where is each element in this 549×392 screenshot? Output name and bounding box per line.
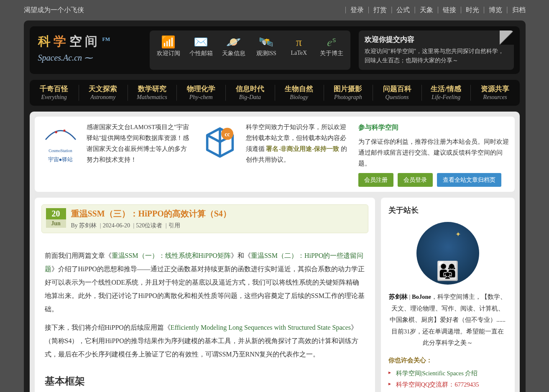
quicklink-icon: 𝑒ˢ (315, 35, 348, 50)
site-logo[interactable]: 科 学 空 间 FM Spaces.Ac.cn ⁓ (36, 31, 141, 70)
nav-phy-chem[interactable]: 物理化学Phy-chem (176, 80, 225, 106)
nav-photograph[interactable]: 图片摄影Photograph (324, 80, 373, 106)
quicklink-icon: 📶 (152, 35, 185, 50)
intro-lamost: 感谢国家天文台LAMOST项目之"宇宙驿站"提供网络空间和数据库资源！感谢国家天… (87, 122, 191, 187)
quicklink-天象信息[interactable]: 🪐天象信息 (217, 35, 250, 66)
topnav-时光[interactable]: 时光 (466, 6, 479, 15)
related-link[interactable]: 科学空间QQ交流群：67729435 (396, 381, 479, 388)
logo-char: 间 (85, 34, 97, 48)
intro-license: 科学空间致力于知识分享，所以欢迎您转载本站文章，但转载本站内容必须遵循 署名-非… (246, 122, 350, 187)
logo-fm: FM (102, 36, 110, 42)
nav-resources[interactable]: 资源共享Resources (470, 80, 519, 106)
about-title: 关于站长 (388, 205, 507, 215)
sidebar: 关于站长 👨‍👩‍👧 苏剑林 | BoJone，科学空间博主，【数学、天文、理论… (381, 198, 515, 392)
cosmo-station-logo: CosmoStation 宇宙●驿站 (40, 122, 82, 187)
topnav-打赏[interactable]: 打赏 (373, 6, 387, 15)
section-heading: 基本框架 (45, 371, 365, 391)
nav-everything[interactable]: 千奇百怪Everything (30, 80, 79, 106)
related-list: 科学空间|Scientific Spaces 介绍科学空间QQ交流群：67729… (388, 368, 507, 392)
svg-point-1 (63, 130, 65, 132)
quicklink-icon: π (283, 35, 315, 50)
welcome-title: 欢迎你提交内容 (365, 35, 508, 44)
post-body: 前面我们用两篇文章《重温SSM（一）：线性系统和HiPPO矩阵》和《重温SSM（… (35, 240, 375, 392)
avatar: 👨‍👩‍👧 (416, 222, 479, 285)
cc-license-link[interactable]: 署名-非商业用途-保持一致 (266, 145, 339, 152)
related-link[interactable]: 科学空间|Scientific Spaces 介绍 (396, 370, 478, 377)
related-heading: 你也许会关心： (388, 356, 507, 364)
nav-questions[interactable]: 问题百科Questions (373, 80, 421, 106)
tagline: 渴望成为一个小飞侠 (24, 6, 84, 15)
quicklink-icon: ✉️ (185, 35, 217, 50)
post-meta: By 苏剑林 |2024-06-20 |520位读者 |引用 (71, 222, 231, 229)
logo-char: 空 (69, 34, 82, 48)
participate-title: 参与科学空间 (358, 122, 509, 134)
nav-astronomy[interactable]: 天文探索Astronomy (79, 80, 128, 106)
svg-text:cc: cc (225, 131, 230, 137)
quicklink-icon: 🪐 (217, 35, 250, 50)
topnav-链接[interactable]: 链接 (443, 6, 456, 15)
cite-link[interactable]: 引用 (169, 222, 180, 229)
welcome-box: 欢迎你提交内容 欢迎访问"科学空间"，这里将与您共同探讨自然科学，回味人生百态；… (359, 31, 514, 70)
post-author[interactable]: 苏剑林 (79, 222, 97, 229)
svg-point-0 (55, 131, 57, 133)
post-column: 20 Jun 重温SSM（三）：HiPPO的高效计算（S4） By 苏剑林 |2… (35, 198, 375, 392)
welcome-body: 欢迎访问"科学空间"，这里将与您共同探讨自然科学，回味人生百态；也期待大家的分享… (365, 47, 508, 66)
quicklink-关于博主[interactable]: 𝑒ˢ关于博主 (315, 35, 348, 66)
quicklink-icon: 🛰️ (250, 35, 283, 50)
quicklink-LaTeX[interactable]: πLaTeX (283, 35, 315, 66)
register-button[interactable]: 会员注册 (358, 173, 393, 187)
post-title[interactable]: 重温SSM（三）：HiPPO的高效计算（S4） (71, 208, 231, 219)
fold-corner-icon (500, 31, 514, 45)
quick-links: 📶欢迎订阅✉️个性邮箱🪐天象信息🛰️观测ISSπLaTeX𝑒ˢ关于博主 (150, 31, 350, 70)
logo-subtitle: Spaces.Ac.cn ⁓ (38, 53, 141, 63)
top-nav: |登录|打赏|公式|天象|链接|时光|博览|归档 (342, 6, 526, 15)
quicklink-观测ISS[interactable]: 🛰️观测ISS (250, 35, 283, 66)
nav-mathematics[interactable]: 数学研究Mathematics (128, 80, 176, 106)
quicklink-个性邮箱[interactable]: ✉️个性邮箱 (185, 35, 217, 66)
topnav-登录[interactable]: 登录 (350, 6, 364, 15)
main-nav: 千奇百怪Everything天文探索Astronomy数学研究Mathemati… (30, 80, 520, 106)
login-button[interactable]: 会员登录 (398, 173, 433, 187)
nav-big-data[interactable]: 信息时代Big-Data (225, 80, 274, 106)
related-item: 科学空间QQ交流群：67729435 (388, 379, 507, 390)
s4-paper-link[interactable]: Efficiently Modeling Long Sequences with… (171, 324, 351, 331)
topnav-天象[interactable]: 天象 (420, 6, 433, 15)
archive-button[interactable]: 查看全站文章归档页 (437, 173, 501, 187)
post-date-badge: 20 Jun (46, 208, 66, 228)
bio: 苏剑林 | BoJone，科学空间博主，【数学、天文、理论物理、写作、阅读、计算… (388, 291, 507, 349)
related-item: 科学空间|Scientific Spaces 介绍 (388, 368, 507, 379)
logo-char: 科 (38, 34, 51, 48)
nav-biology[interactable]: 生物自然Biology (275, 80, 324, 106)
participate-body: 为了保证你的利益，推荐你注册为本站会员。同时欢迎通过邮件或留言进行交流、建议或反… (358, 136, 509, 169)
topnav-公式[interactable]: 公式 (396, 6, 410, 15)
topnav-归档[interactable]: 归档 (512, 6, 526, 15)
logo-char: 学 (54, 34, 66, 48)
quicklink-欢迎订阅[interactable]: 📶欢迎订阅 (152, 35, 185, 66)
related-item: 科学空间微信交流群：spaces_ac_cn (388, 390, 507, 392)
ssm-1-link[interactable]: 重温SSM（一）：线性系统和HiPPO矩阵 (112, 252, 231, 259)
cc-license-icon: cc (199, 122, 241, 187)
topnav-博览[interactable]: 博览 (489, 6, 502, 15)
nav-life-feeling[interactable]: 生活/情感Life-Feeling (421, 80, 470, 106)
